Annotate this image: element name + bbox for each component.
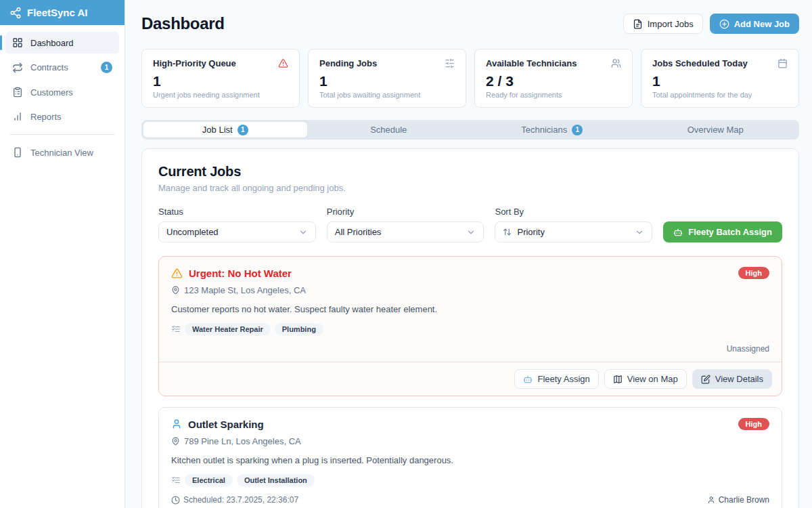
assignment-status: Unassigned (727, 344, 769, 354)
job-list-count-badge: 1 (238, 125, 248, 135)
status-select[interactable]: Uncompleted (158, 221, 316, 242)
view-on-map-button[interactable]: View on Map (604, 369, 687, 389)
sort-select[interactable]: Priority (495, 221, 652, 242)
tab-technicians[interactable]: Technicians 1 (470, 122, 634, 137)
technicians-count-badge: 1 (572, 125, 583, 135)
user-icon (707, 496, 715, 504)
sidebar-item-dashboard[interactable]: Dashboard (5, 32, 119, 54)
repeat-icon (12, 62, 23, 73)
tab-schedule[interactable]: Schedule (307, 122, 471, 137)
priority-badge: High (738, 267, 769, 279)
contracts-count-badge: 1 (101, 62, 112, 73)
stat-subtitle: Total jobs awaiting assignment (319, 91, 455, 99)
bar-chart-icon (12, 111, 23, 122)
sort-filter: Sort By Priority (495, 207, 652, 242)
tab-overview-map[interactable]: Overview Map (634, 122, 798, 137)
app-title: FleetSync AI (27, 7, 87, 18)
alert-triangle-icon (278, 58, 288, 68)
grid-icon (12, 37, 23, 48)
sidebar-item-label: Contracts (30, 62, 68, 72)
job-tag: Water Heater Repair (185, 323, 271, 335)
action-label: View on Map (627, 374, 678, 384)
map-pin-icon (171, 437, 180, 446)
plus-circle-icon (719, 19, 729, 29)
job-title: Urgent: No Hot Water (189, 268, 292, 279)
fleety-batch-assign-button[interactable]: Fleety Batch Assign (663, 221, 782, 242)
panel-subtitle: Manage and track all ongoing and pending… (158, 183, 782, 193)
view-details-button[interactable]: View Details (692, 369, 772, 389)
sidebar-item-reports[interactable]: Reports (5, 106, 119, 127)
smartphone-icon (12, 147, 23, 158)
calendar-icon (777, 58, 788, 68)
job-title-row: Urgent: No Hot Water (171, 268, 292, 279)
current-jobs-panel: Current Jobs Manage and track all ongoin… (141, 148, 799, 508)
stat-subtitle: Ready for assignments (486, 91, 621, 99)
job-location: 789 Pine Ln, Los Angeles, CA (171, 436, 769, 446)
job-card-outlet-sparking: Outlet Sparking High 789 Pine Ln, Los An… (158, 407, 782, 508)
alert-triangle-icon (171, 268, 183, 279)
job-tag: Electrical (185, 474, 233, 486)
sort-select-value: Priority (517, 227, 544, 237)
job-actions: Fleety Assign View on Map View Details (159, 362, 782, 396)
stat-title: Jobs Scheduled Today (652, 58, 748, 68)
filters-row: Status Uncompleted Priority All Prioriti… (158, 207, 782, 242)
tab-label: Schedule (370, 125, 407, 135)
page-header: Dashboard Import Jobs Add New Job (141, 14, 799, 34)
tab-job-list[interactable]: Job List 1 (143, 122, 307, 137)
action-label: Fleety Assign (537, 374, 589, 384)
users-icon (611, 58, 621, 68)
job-title-row: Outlet Sparking (171, 419, 264, 430)
job-tag: Outlet Installation (237, 474, 315, 486)
clipboard-icon (12, 87, 23, 98)
tab-label: Job List (202, 125, 233, 135)
priority-select[interactable]: All Priorities (327, 221, 484, 242)
stat-card-available-technicians: Available Technicians 2 / 3 Ready for as… (474, 49, 633, 108)
sidebar-item-contracts[interactable]: Contracts 1 (5, 56, 119, 79)
priority-select-value: All Priorities (335, 227, 382, 237)
status-select-value: Uncompleted (166, 227, 219, 237)
fleety-assign-button[interactable]: Fleety Assign (514, 369, 598, 389)
map-icon (613, 375, 623, 384)
sidebar-item-label: Customers (30, 87, 73, 98)
job-location: 123 Maple St, Los Angeles, CA (171, 285, 769, 295)
stat-title: Pending Jobs (319, 58, 377, 68)
stat-card-jobs-scheduled: Jobs Scheduled Today 1 Total appointment… (641, 49, 799, 108)
add-new-job-button[interactable]: Add New Job (710, 14, 799, 34)
import-jobs-label: Import Jobs (648, 19, 694, 29)
edit-icon (701, 375, 710, 384)
job-description: Kitchen outlet is sparking when a plug i… (171, 455, 769, 465)
header-actions: Import Jobs Add New Job (623, 14, 799, 34)
sidebar-item-label: Technician View (30, 148, 93, 158)
view-tabs: Job List 1 Schedule Technicians 1 Overvi… (141, 120, 799, 140)
stat-subtitle: Urgent jobs needing assignment (153, 91, 288, 99)
sidebar-nav: Dashboard Contracts 1 Customers Reports (0, 25, 125, 166)
sidebar: FleetSync AI Dashboard Contracts 1 C (0, 0, 125, 508)
stat-card-high-priority: High-Priority Queue 1 Urgent jobs needin… (141, 49, 300, 108)
job-card-urgent-no-hot-water: Urgent: No Hot Water High 123 Maple St, … (158, 256, 782, 396)
sidebar-item-technician-view[interactable]: Technician View (5, 142, 119, 163)
chevron-down-icon (466, 228, 476, 237)
tab-label: Technicians (521, 125, 567, 135)
technician-name: Charlie Brown (719, 495, 769, 505)
stat-card-pending-jobs: Pending Jobs 1 Total jobs awaiting assig… (308, 49, 466, 108)
main-content: Dashboard Import Jobs Add New Job (125, 0, 812, 508)
panel-title: Current Jobs (158, 164, 782, 179)
file-icon (633, 19, 643, 29)
priority-badge: High (738, 418, 769, 430)
map-pin-icon (171, 286, 180, 295)
sidebar-logo: FleetSync AI (0, 0, 125, 25)
job-location-text: 123 Maple St, Los Angeles, CA (184, 285, 306, 295)
fleety-batch-assign-label: Fleety Batch Assign (688, 227, 772, 237)
priority-filter: Priority All Priorities (327, 207, 484, 242)
sidebar-item-label: Dashboard (30, 38, 74, 48)
sidebar-item-customers[interactable]: Customers (5, 81, 119, 103)
stat-title: High-Priority Queue (153, 58, 236, 68)
app-root: FleetSync AI Dashboard Contracts 1 C (0, 0, 812, 508)
stat-subtitle: Total appointments for the day (652, 91, 788, 99)
status-filter-label: Status (158, 207, 316, 217)
import-jobs-button[interactable]: Import Jobs (623, 14, 703, 34)
stats-row: High-Priority Queue 1 Urgent jobs needin… (141, 49, 799, 108)
job-tags: Water Heater Repair Plumbing (171, 323, 769, 335)
list-checks-icon (171, 475, 181, 485)
tab-label: Overview Map (687, 125, 744, 135)
